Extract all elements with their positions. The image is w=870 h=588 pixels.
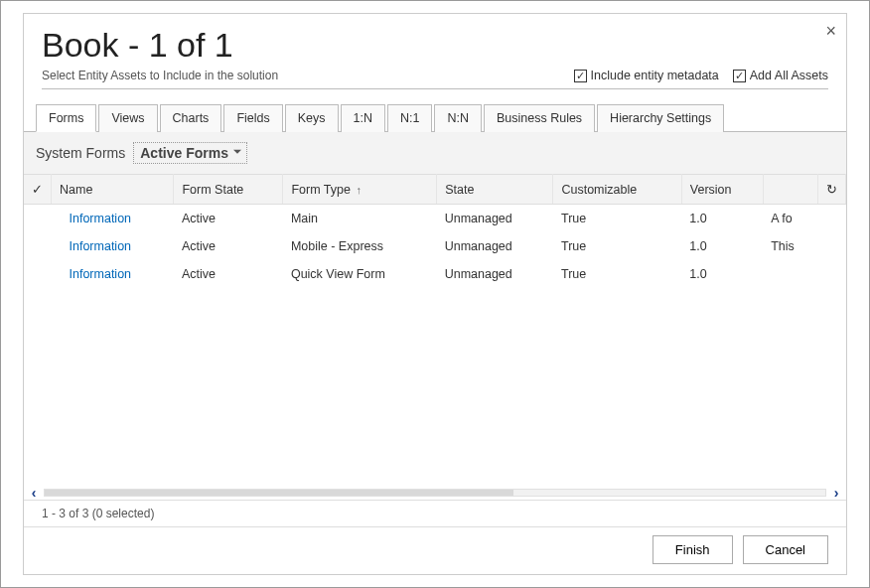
row-checkbox[interactable] — [24, 205, 52, 233]
status-bar: 1 - 3 of 3 (0 selected) — [24, 500, 846, 526]
cell-version: 1.0 — [681, 260, 763, 288]
table-row[interactable]: Information Active Quick View Form Unman… — [24, 260, 846, 288]
cell-form-state: Active — [174, 232, 283, 260]
horizontal-scrollbar[interactable]: ‹ › — [24, 486, 846, 500]
subtitle-row: Select Entity Assets to Include in the s… — [42, 69, 828, 89]
header-options: ✓ Include entity metadata ✓ Add All Asse… — [574, 69, 828, 82]
cell-form-type: Mobile - Express — [283, 232, 437, 260]
scroll-left-icon[interactable]: ‹ — [28, 487, 40, 499]
finish-button[interactable]: Finish — [652, 535, 733, 564]
header: Book - 1 of 1 Select Entity Assets to In… — [24, 14, 846, 95]
forms-grid: ✓ Name Form State Form Type ↑ State Cust… — [24, 174, 846, 288]
col-form-state[interactable]: Form State — [174, 175, 283, 205]
col-customizable[interactable]: Customizable — [553, 175, 681, 205]
cell-customizable: True — [553, 205, 681, 233]
tab-1n[interactable]: 1:N — [341, 104, 385, 132]
include-metadata-label: Include entity metadata — [591, 69, 719, 82]
cell-state: Unmanaged — [437, 260, 553, 288]
tab-fields[interactable]: Fields — [223, 104, 282, 132]
tab-nn[interactable]: N:N — [434, 104, 482, 132]
col-version[interactable]: Version — [681, 175, 763, 205]
refresh-button[interactable]: ↻ — [818, 175, 846, 205]
table-row[interactable]: Information Active Mobile - Express Unma… — [24, 232, 846, 260]
form-name-link[interactable]: Information — [70, 239, 132, 253]
cell-form-type: Quick View Form — [283, 260, 437, 288]
cell-form-state: Active — [174, 205, 283, 233]
close-icon[interactable]: × — [825, 22, 836, 40]
col-description[interactable] — [763, 175, 817, 205]
cell-form-type: Main — [283, 205, 437, 233]
row-checkbox[interactable] — [24, 260, 52, 288]
view-bar: System Forms Active Forms — [24, 132, 846, 174]
view-dropdown[interactable]: Active Forms — [133, 142, 247, 164]
form-name-link[interactable]: Information — [70, 267, 132, 281]
tab-business-rules[interactable]: Business Rules — [484, 104, 595, 132]
grid-scroll: ✓ Name Form State Form Type ↑ State Cust… — [24, 174, 846, 486]
cell-description: This — [763, 232, 817, 260]
dialog: × Book - 1 of 1 Select Entity Assets to … — [23, 13, 847, 575]
cell-customizable: True — [553, 232, 681, 260]
tab-n1[interactable]: N:1 — [387, 104, 432, 132]
cell-version: 1.0 — [681, 232, 763, 260]
select-all-checkbox[interactable]: ✓ — [24, 175, 52, 205]
cell-description — [763, 260, 817, 288]
cell-customizable: True — [553, 260, 681, 288]
subtitle: Select Entity Assets to Include in the s… — [42, 69, 574, 82]
col-form-type[interactable]: Form Type ↑ — [283, 175, 437, 205]
scroll-thumb[interactable] — [45, 490, 513, 496]
table-row[interactable]: Information Active Main Unmanaged True 1… — [24, 205, 846, 233]
entity-tabs: Forms Views Charts Fields Keys 1:N N:1 N… — [24, 103, 846, 132]
tab-charts[interactable]: Charts — [160, 104, 222, 132]
check-icon: ✓ — [32, 183, 43, 197]
footer: Finish Cancel — [24, 526, 846, 574]
cell-state: Unmanaged — [437, 232, 553, 260]
tab-forms[interactable]: Forms — [36, 104, 96, 132]
cancel-button[interactable]: Cancel — [743, 535, 828, 564]
cell-version: 1.0 — [681, 205, 763, 233]
refresh-icon: ↻ — [826, 183, 837, 197]
grid-header-row: ✓ Name Form State Form Type ↑ State Cust… — [24, 175, 846, 205]
checkbox-icon: ✓ — [574, 70, 587, 82]
view-category-label: System Forms — [36, 145, 125, 161]
checkbox-icon: ✓ — [733, 70, 746, 82]
grid-container: ✓ Name Form State Form Type ↑ State Cust… — [24, 174, 846, 526]
tab-keys[interactable]: Keys — [285, 104, 339, 132]
tab-views[interactable]: Views — [98, 104, 157, 132]
col-name[interactable]: Name — [52, 175, 174, 205]
add-all-assets-label: Add All Assets — [750, 69, 828, 82]
col-state[interactable]: State — [437, 175, 553, 205]
cell-form-state: Active — [174, 260, 283, 288]
tab-hierarchy-settings[interactable]: Hierarchy Settings — [597, 104, 724, 132]
form-name-link[interactable]: Information — [70, 212, 132, 225]
scroll-right-icon[interactable]: › — [830, 487, 842, 499]
scroll-track[interactable] — [44, 489, 826, 497]
row-checkbox[interactable] — [24, 232, 52, 260]
cell-description: A fo — [763, 205, 817, 233]
page-title: Book - 1 of 1 — [42, 26, 828, 65]
sort-asc-icon: ↑ — [356, 184, 362, 196]
add-all-assets-checkbox[interactable]: ✓ Add All Assets — [733, 69, 828, 82]
include-metadata-checkbox[interactable]: ✓ Include entity metadata — [574, 69, 719, 82]
dialog-window: × Book - 1 of 1 Select Entity Assets to … — [0, 0, 870, 588]
cell-state: Unmanaged — [437, 205, 553, 233]
